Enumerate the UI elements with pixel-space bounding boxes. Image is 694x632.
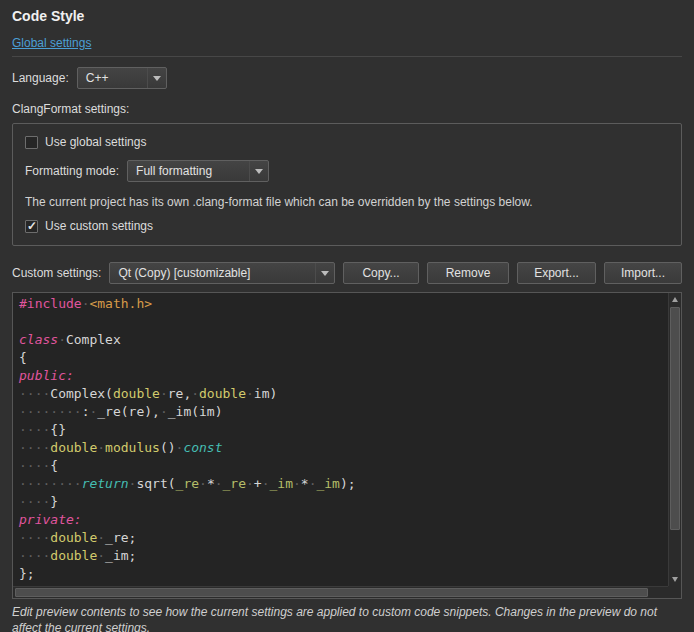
code-token: double (199, 386, 246, 401)
code-token: { (19, 350, 27, 365)
custom-settings-dropdown-value: Qt (Copy) [customizable] (110, 266, 315, 280)
vertical-scrollbar[interactable] (668, 293, 681, 586)
code-token: public: (19, 368, 74, 383)
code-token: }; (19, 566, 35, 581)
use-global-settings-label[interactable]: Use global settings (45, 135, 146, 149)
scroll-up-button[interactable] (669, 293, 681, 306)
code-token: · (97, 548, 105, 563)
export-button[interactable]: Export... (517, 262, 596, 284)
code-content[interactable]: #include·<math.h> class·Complex{public:·… (13, 293, 668, 586)
code-token: · (199, 476, 207, 491)
code-token: · (246, 386, 254, 401)
code-token: ···· (19, 386, 50, 401)
code-line: ········return·sqrt(_re·*·_re·+·_im·*·_i… (19, 475, 668, 493)
code-token: sqrt( (136, 476, 175, 491)
horizontal-scrollbar[interactable] (13, 586, 668, 598)
code-token: _re; (105, 530, 136, 545)
remove-button[interactable]: Remove (427, 262, 509, 284)
code-token: * (301, 476, 309, 491)
code-line: ····{} (19, 421, 668, 439)
code-token: · (58, 332, 66, 347)
code-token: _im (316, 476, 339, 491)
code-token: · (246, 476, 254, 491)
code-line: private: (19, 511, 668, 529)
custom-settings-row: Custom settings: Qt (Copy) [customizable… (12, 262, 682, 284)
horizontal-scrollbar-thumb[interactable] (15, 588, 648, 597)
code-token: _re (223, 476, 246, 491)
footer-hint-text: Edit preview contents to see how the cur… (12, 605, 682, 632)
code-line: }; (19, 565, 668, 583)
code-line: ····double·_im; (19, 547, 668, 565)
code-style-settings-page: Code Style Global settings Language: C++… (0, 0, 694, 632)
code-line: public: (19, 367, 668, 385)
copy-button[interactable]: Copy... (343, 262, 419, 284)
code-token: * (207, 476, 215, 491)
code-token: + (254, 476, 262, 491)
import-button[interactable]: Import... (604, 262, 682, 284)
code-line: ····{ (19, 457, 668, 475)
scrollbar-corner (668, 586, 681, 598)
code-line: class·Complex (19, 331, 668, 349)
clang-format-file-note: The current project has its own .clang-f… (25, 195, 669, 209)
code-token: () (160, 440, 176, 455)
chevron-down-icon (147, 68, 166, 88)
code-token: Complex (66, 332, 121, 347)
scroll-up-icon (672, 297, 678, 302)
code-line: ········:·_re(re),·_im(im) (19, 403, 668, 421)
code-token: const (183, 440, 222, 455)
custom-settings-dropdown[interactable]: Qt (Copy) [customizable] (109, 262, 335, 284)
code-token: _im(im) (168, 404, 223, 419)
chevron-down-icon (315, 263, 334, 283)
code-token: re, (168, 386, 191, 401)
code-token: double (113, 386, 160, 401)
code-line: ····double·modulus()·const (19, 439, 668, 457)
scroll-down-button[interactable] (669, 573, 681, 586)
use-global-settings-checkbox[interactable] (25, 136, 38, 149)
code-token: ···· (19, 548, 50, 563)
custom-settings-label: Custom settings: (12, 266, 101, 280)
use-custom-settings-row: Use custom settings (25, 219, 669, 233)
code-token: _re (176, 476, 199, 491)
formatting-mode-label: Formatting mode: (25, 164, 119, 178)
code-token: ········ (19, 404, 82, 419)
code-token: } (50, 494, 58, 509)
use-global-settings-row: Use global settings (25, 135, 669, 149)
code-token: double (50, 548, 97, 563)
code-token: im) (254, 386, 277, 401)
language-row: Language: C++ (12, 67, 682, 89)
code-line: { (19, 349, 668, 367)
code-line: ····} (19, 493, 668, 511)
code-token: {} (50, 422, 66, 437)
code-token: _im (270, 476, 293, 491)
code-token: _re(re), (97, 404, 160, 419)
code-token: class (19, 332, 58, 347)
code-line (19, 313, 668, 331)
clangformat-section-label: ClangFormat settings: (12, 102, 682, 116)
global-settings-link[interactable]: Global settings (12, 36, 91, 50)
language-label: Language: (12, 71, 69, 85)
code-token: · (97, 440, 105, 455)
code-line: ····double·_re; (19, 529, 668, 547)
code-token: · (160, 386, 168, 401)
code-token: ···· (19, 530, 50, 545)
code-token: · (191, 386, 199, 401)
code-token: modulus (105, 440, 160, 455)
clangformat-groupbox: Use global settings Formatting mode: Ful… (12, 123, 682, 246)
vertical-scrollbar-thumb[interactable] (670, 307, 680, 530)
code-token: ···· (19, 458, 50, 473)
code-token: ········ (19, 476, 82, 491)
language-dropdown-value: C++ (78, 71, 147, 85)
code-token: ); (340, 476, 356, 491)
use-custom-settings-label[interactable]: Use custom settings (45, 219, 153, 233)
code-line: #include·<math.h> (19, 295, 668, 313)
code-token: { (50, 458, 58, 473)
separator (12, 56, 682, 57)
code-token: ···· (19, 422, 50, 437)
use-custom-settings-checkbox[interactable] (25, 220, 38, 233)
formatting-mode-dropdown[interactable]: Full formatting (127, 160, 269, 182)
scroll-down-icon (672, 577, 678, 582)
code-token: #include (19, 296, 82, 311)
language-dropdown[interactable]: C++ (77, 67, 167, 89)
formatting-mode-row: Formatting mode: Full formatting (25, 160, 669, 182)
code-token: ···· (19, 440, 50, 455)
